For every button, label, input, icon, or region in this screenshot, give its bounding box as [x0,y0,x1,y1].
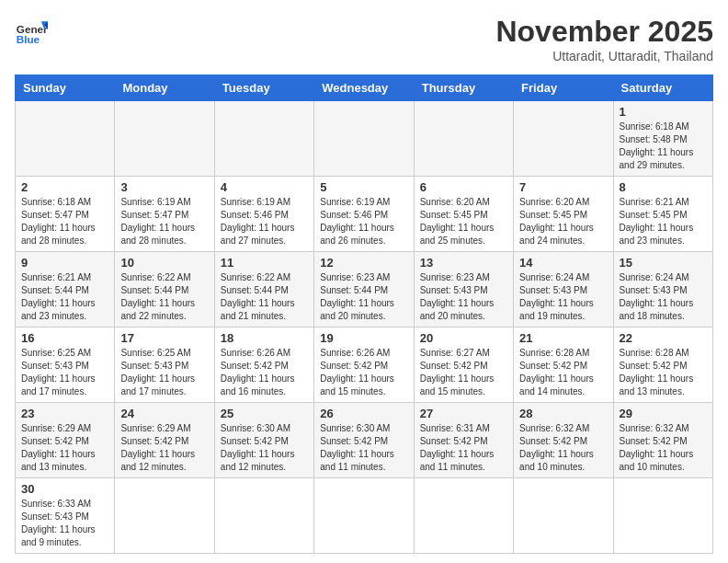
calendar-cell: 20Sunrise: 6:27 AMSunset: 5:42 PMDayligh… [414,327,513,403]
location-subtitle: Uttaradit, Uttaradit, Thailand [495,49,713,63]
cell-sun-info: Sunrise: 6:25 AMSunset: 5:43 PMDaylight:… [21,347,108,398]
cell-sun-info: Sunrise: 6:28 AMSunset: 5:42 PMDaylight:… [620,347,707,398]
calendar-cell: 7Sunrise: 6:20 AMSunset: 5:45 PMDaylight… [514,177,613,252]
cell-sun-info: Sunrise: 6:22 AMSunset: 5:44 PMDaylight:… [221,271,308,323]
header: General Blue November 2025 Uttaradit, Ut… [15,15,713,63]
day-number: 8 [620,180,707,194]
day-header-wednesday: Wednesday [314,75,414,101]
calendar-cell: 25Sunrise: 6:30 AMSunset: 5:42 PMDayligh… [214,403,313,478]
day-number: 22 [620,331,707,345]
calendar-cell: 11Sunrise: 6:22 AMSunset: 5:44 PMDayligh… [214,252,313,327]
day-number: 4 [221,180,308,194]
day-header-saturday: Saturday [613,75,712,101]
cell-sun-info: Sunrise: 6:24 AMSunset: 5:43 PMDaylight:… [519,271,607,323]
calendar-cell [613,478,712,554]
cell-sun-info: Sunrise: 6:20 AMSunset: 5:45 PMDaylight:… [420,196,507,247]
calendar-cell [414,101,513,177]
cell-sun-info: Sunrise: 6:18 AMSunset: 5:48 PMDaylight:… [620,121,707,172]
calendar-cell: 10Sunrise: 6:22 AMSunset: 5:44 PMDayligh… [115,252,214,327]
calendar-header-row: SundayMondayTuesdayWednesdayThursdayFrid… [16,75,713,101]
cell-sun-info: Sunrise: 6:30 AMSunset: 5:42 PMDaylight:… [221,422,308,474]
cell-sun-info: Sunrise: 6:26 AMSunset: 5:42 PMDaylight:… [221,347,308,398]
calendar-cell [115,478,214,554]
cell-sun-info: Sunrise: 6:20 AMSunset: 5:45 PMDaylight:… [519,196,607,247]
calendar-cell: 21Sunrise: 6:28 AMSunset: 5:42 PMDayligh… [514,327,613,403]
calendar-week-row: 23Sunrise: 6:29 AMSunset: 5:42 PMDayligh… [16,403,713,478]
calendar-cell [514,101,613,177]
day-number: 21 [519,331,607,345]
day-number: 24 [120,407,208,420]
calendar-cell: 17Sunrise: 6:25 AMSunset: 5:43 PMDayligh… [115,327,214,403]
day-number: 25 [221,407,308,420]
day-number: 1 [620,105,707,119]
day-number: 18 [221,331,308,345]
calendar-cell: 1Sunrise: 6:18 AMSunset: 5:48 PMDaylight… [613,101,712,177]
calendar-cell [214,478,313,554]
calendar-cell: 27Sunrise: 6:31 AMSunset: 5:42 PMDayligh… [414,403,513,478]
calendar-cell: 5Sunrise: 6:19 AMSunset: 5:46 PMDaylight… [314,177,414,252]
cell-sun-info: Sunrise: 6:27 AMSunset: 5:42 PMDaylight:… [420,347,507,398]
calendar-cell [115,101,214,177]
cell-sun-info: Sunrise: 6:29 AMSunset: 5:42 PMDaylight:… [120,422,208,474]
calendar-cell: 2Sunrise: 6:18 AMSunset: 5:47 PMDaylight… [16,177,115,252]
calendar-cell: 23Sunrise: 6:29 AMSunset: 5:42 PMDayligh… [16,403,115,478]
calendar-cell: 9Sunrise: 6:21 AMSunset: 5:44 PMDaylight… [16,252,115,327]
cell-sun-info: Sunrise: 6:25 AMSunset: 5:43 PMDaylight:… [120,347,208,398]
day-number: 27 [420,407,507,420]
calendar-cell [314,101,414,177]
cell-sun-info: Sunrise: 6:33 AMSunset: 5:43 PMDaylight:… [21,498,108,549]
cell-sun-info: Sunrise: 6:32 AMSunset: 5:42 PMDaylight:… [519,422,607,474]
calendar-cell: 30Sunrise: 6:33 AMSunset: 5:43 PMDayligh… [16,478,115,554]
day-number: 6 [420,180,507,194]
day-number: 28 [519,407,607,420]
day-number: 20 [420,331,507,345]
calendar-cell [414,478,513,554]
cell-sun-info: Sunrise: 6:22 AMSunset: 5:44 PMDaylight:… [120,271,208,323]
calendar-week-row: 9Sunrise: 6:21 AMSunset: 5:44 PMDaylight… [16,252,713,327]
calendar: SundayMondayTuesdayWednesdayThursdayFrid… [15,75,713,554]
cell-sun-info: Sunrise: 6:28 AMSunset: 5:42 PMDaylight:… [519,347,607,398]
calendar-cell: 13Sunrise: 6:23 AMSunset: 5:43 PMDayligh… [414,252,513,327]
cell-sun-info: Sunrise: 6:21 AMSunset: 5:45 PMDaylight:… [620,196,707,247]
day-number: 9 [21,256,108,270]
calendar-cell: 24Sunrise: 6:29 AMSunset: 5:42 PMDayligh… [115,403,214,478]
day-number: 30 [21,482,108,496]
day-number: 29 [620,407,707,420]
calendar-cell: 29Sunrise: 6:32 AMSunset: 5:42 PMDayligh… [613,403,712,478]
logo: General Blue [15,15,48,48]
day-number: 11 [221,256,308,270]
title-area: November 2025 Uttaradit, Uttaradit, Thai… [495,15,713,63]
day-header-friday: Friday [514,75,613,101]
cell-sun-info: Sunrise: 6:19 AMSunset: 5:46 PMDaylight:… [221,196,308,247]
day-number: 2 [21,180,108,194]
day-header-monday: Monday [115,75,214,101]
cell-sun-info: Sunrise: 6:19 AMSunset: 5:47 PMDaylight:… [120,196,208,247]
day-number: 26 [320,407,407,420]
cell-sun-info: Sunrise: 6:23 AMSunset: 5:43 PMDaylight:… [420,271,507,323]
calendar-cell: 19Sunrise: 6:26 AMSunset: 5:42 PMDayligh… [314,327,414,403]
day-number: 17 [120,331,208,345]
calendar-week-row: 1Sunrise: 6:18 AMSunset: 5:48 PMDaylight… [16,101,713,177]
day-header-thursday: Thursday [414,75,513,101]
calendar-cell: 15Sunrise: 6:24 AMSunset: 5:43 PMDayligh… [613,252,712,327]
day-number: 10 [120,256,208,270]
cell-sun-info: Sunrise: 6:23 AMSunset: 5:44 PMDaylight:… [320,271,407,323]
day-header-tuesday: Tuesday [214,75,313,101]
calendar-cell: 14Sunrise: 6:24 AMSunset: 5:43 PMDayligh… [514,252,613,327]
cell-sun-info: Sunrise: 6:24 AMSunset: 5:43 PMDaylight:… [620,271,707,323]
calendar-cell: 12Sunrise: 6:23 AMSunset: 5:44 PMDayligh… [314,252,414,327]
calendar-cell: 6Sunrise: 6:20 AMSunset: 5:45 PMDaylight… [414,177,513,252]
month-title: November 2025 [495,15,713,49]
day-number: 3 [120,180,208,194]
calendar-cell: 22Sunrise: 6:28 AMSunset: 5:42 PMDayligh… [613,327,712,403]
day-number: 7 [519,180,607,194]
calendar-cell [514,478,613,554]
calendar-week-row: 30Sunrise: 6:33 AMSunset: 5:43 PMDayligh… [16,478,713,554]
day-number: 19 [320,331,407,345]
cell-sun-info: Sunrise: 6:21 AMSunset: 5:44 PMDaylight:… [21,271,108,323]
cell-sun-info: Sunrise: 6:18 AMSunset: 5:47 PMDaylight:… [21,196,108,247]
cell-sun-info: Sunrise: 6:32 AMSunset: 5:42 PMDaylight:… [620,422,707,474]
calendar-cell [16,101,115,177]
calendar-week-row: 16Sunrise: 6:25 AMSunset: 5:43 PMDayligh… [16,327,713,403]
calendar-cell: 3Sunrise: 6:19 AMSunset: 5:47 PMDaylight… [115,177,214,252]
